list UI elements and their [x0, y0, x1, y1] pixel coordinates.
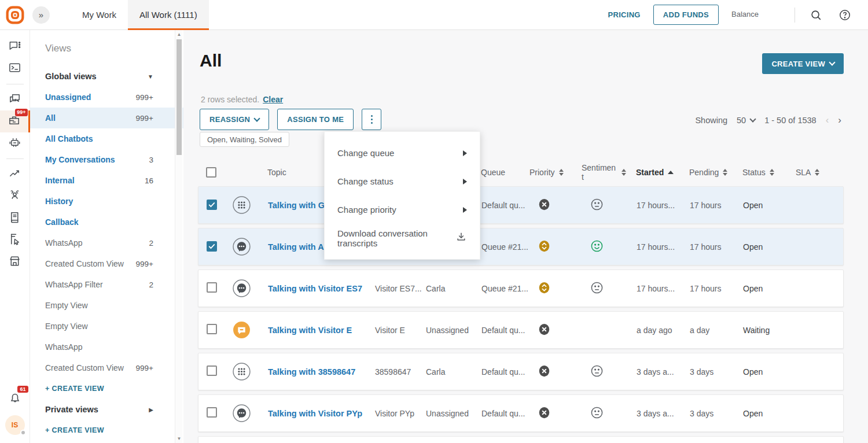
- menu-item-label: Download conversation transcripts: [337, 228, 455, 248]
- topic-link[interactable]: Talking with Visitor PYp: [268, 409, 375, 418]
- sidebar-item-private-views[interactable]: Private views▶: [30, 399, 183, 420]
- rail-item-chat-options-icon[interactable]: [0, 36, 30, 58]
- reassign-button[interactable]: REASSIGN: [200, 109, 269, 130]
- pending-cell: a day: [690, 326, 743, 335]
- topic-link[interactable]: Talking with Visitor E: [268, 326, 375, 335]
- sidebar-item-history[interactable]: History: [30, 191, 183, 212]
- tab-all-work[interactable]: All Work (1111): [128, 0, 209, 30]
- sidebar-scrollbar[interactable]: ▲ ▼: [175, 30, 182, 443]
- rail-item-marketplace-icon[interactable]: [0, 251, 30, 273]
- rail-item-conversations-icon[interactable]: [0, 88, 30, 110]
- help-icon[interactable]: [837, 7, 853, 23]
- menu-item-download-conversation-transcripts[interactable]: Download conversation transcripts: [325, 224, 480, 252]
- table-row[interactable]: Talking with Visitor ES7Visitor ES7...Ca…: [198, 270, 844, 307]
- rail-item-contacts-icon[interactable]: [0, 185, 30, 207]
- scroll-up-icon[interactable]: ▲: [175, 32, 183, 37]
- table-row[interactable]: Talking with GabriDefault qu...17 hours.…: [198, 186, 844, 224]
- rail-item-chatbot-icon[interactable]: [0, 132, 30, 154]
- sidebar-item-created-custom-view[interactable]: Created Custom View999+: [30, 357, 183, 378]
- rail-item-tickets-icon[interactable]: 99+: [0, 110, 30, 132]
- row-checkbox[interactable]: [207, 282, 217, 293]
- sidebar-item-internal[interactable]: Internal16: [30, 170, 183, 191]
- rail-item-knowledge-base-icon[interactable]: [0, 207, 30, 229]
- download-icon: [455, 231, 467, 245]
- header-priority[interactable]: Priority: [529, 168, 582, 177]
- rail-item-shortcuts-icon[interactable]: [0, 229, 30, 251]
- selection-text: 2 rows selected.: [201, 95, 259, 104]
- table-row[interactable]: Talking with Visitor PYpVisitor PYpUnass…: [198, 394, 844, 432]
- status-filter-chip[interactable]: Open, Waiting, Solved: [200, 132, 289, 147]
- sidebar-item-whatsapp-filter[interactable]: WhatsApp Filter2: [30, 274, 183, 295]
- clear-selection-link[interactable]: Clear: [263, 95, 283, 104]
- search-icon[interactable]: [808, 7, 824, 23]
- header-sentiment[interactable]: Sentiment: [582, 163, 636, 182]
- sidebar-item-callback[interactable]: Callback: [30, 212, 183, 232]
- sidebar-item-all-chatbots[interactable]: All Chatbots: [30, 128, 183, 149]
- row-checkbox[interactable]: [207, 407, 217, 418]
- pricing-link[interactable]: PRICING: [608, 10, 640, 19]
- rail-item-terminal-icon[interactable]: [0, 58, 30, 80]
- avatar[interactable]: IS: [5, 415, 25, 435]
- views-heading: Views: [45, 43, 183, 54]
- scroll-down-icon[interactable]: ▼: [175, 436, 183, 441]
- avatar-initials: IS: [12, 421, 18, 429]
- bell-badge: 61: [17, 386, 28, 393]
- view-label: Created Custom View: [45, 363, 136, 372]
- chevron-down-icon: ▼: [148, 73, 153, 80]
- rail-item-analytics-icon[interactable]: [0, 163, 30, 185]
- sidebar-item-my-conversations[interactable]: My Conversations3: [30, 149, 183, 170]
- sort-icon: [770, 169, 774, 176]
- sidebar-item--create-view[interactable]: + CREATE VIEW: [30, 378, 183, 399]
- select-all-checkbox[interactable]: [206, 167, 216, 178]
- sidebar-item-whatsapp[interactable]: WhatsApp2: [30, 232, 183, 253]
- sentiment-neutral-icon: [582, 406, 637, 421]
- menu-item-change-priority[interactable]: Change priority: [325, 195, 480, 224]
- table-row[interactable]: Talking with AlberQueue #21...17 hours..…: [198, 228, 844, 265]
- header-status[interactable]: Status: [742, 168, 796, 177]
- sidebar-item-created-custom-view[interactable]: Created Custom View999+: [30, 253, 183, 274]
- header-started[interactable]: Started: [636, 168, 689, 177]
- sidebar-item-all[interactable]: All999+: [30, 108, 183, 128]
- rail-bottom: 61 IS: [5, 391, 25, 443]
- view-count: 999+: [136, 114, 153, 123]
- menu-item-change-status[interactable]: Change status: [325, 167, 480, 195]
- more-actions-button[interactable]: [362, 109, 381, 130]
- analytics-icon: [8, 167, 21, 182]
- scroll-thumb[interactable]: [176, 39, 182, 155]
- pending-cell: 17 hours: [690, 201, 743, 210]
- view-label: Empty View: [45, 301, 153, 310]
- page-size-select[interactable]: 50: [737, 116, 755, 125]
- status-cell: Open: [743, 242, 796, 252]
- row-checkbox[interactable]: [207, 366, 217, 376]
- next-page-button[interactable]: ›: [838, 115, 841, 126]
- sidebar-item-unassigned[interactable]: Unassigned999+: [30, 87, 183, 108]
- select-all-checkbox-cell[interactable]: [206, 167, 231, 178]
- queue-cell: Queue #21...: [481, 242, 530, 252]
- sidebar-item-global-views[interactable]: Global views▼: [30, 66, 183, 87]
- tab-my-work[interactable]: My Work: [71, 0, 128, 30]
- sidebar-item--create-view[interactable]: + CREATE VIEW: [30, 420, 183, 441]
- table-row[interactable]: Talking with Visitor EVisitor EUnassigne…: [198, 311, 844, 349]
- topic-link[interactable]: Talking with Visitor ES7: [268, 284, 375, 293]
- view-label: + CREATE VIEW: [45, 426, 153, 434]
- header-sla[interactable]: SLA: [796, 168, 836, 177]
- header-queue: Queue: [481, 168, 529, 177]
- menu-item-change-queue[interactable]: Change queue: [325, 139, 480, 167]
- table-row-partial[interactable]: [198, 436, 844, 443]
- row-checkbox[interactable]: [207, 241, 217, 252]
- sidebar-item-empty-view[interactable]: Empty View: [30, 295, 183, 316]
- row-checkbox[interactable]: [207, 324, 217, 334]
- sidebar-item-empty-view[interactable]: Empty View: [30, 316, 183, 337]
- create-view-button[interactable]: CREATE VIEW: [762, 53, 844, 74]
- topic-link[interactable]: Talking with 38598647: [268, 367, 375, 376]
- row-checkbox[interactable]: [207, 200, 217, 210]
- prev-page-button[interactable]: ‹: [826, 115, 829, 126]
- add-funds-button[interactable]: ADD FUNDS: [653, 5, 719, 25]
- table-row[interactable]: Talking with 3859864738598647CarlaDefaul…: [198, 353, 844, 390]
- sort-icon: [559, 169, 564, 176]
- notifications-bell-icon[interactable]: 61: [8, 391, 22, 407]
- collapse-sidebar-button[interactable]: »: [32, 6, 50, 24]
- assign-to-me-button[interactable]: ASSIGN TO ME: [277, 109, 354, 130]
- sidebar-item-whatsapp[interactable]: WhatsApp: [30, 337, 183, 357]
- header-pending[interactable]: Pending: [689, 168, 742, 177]
